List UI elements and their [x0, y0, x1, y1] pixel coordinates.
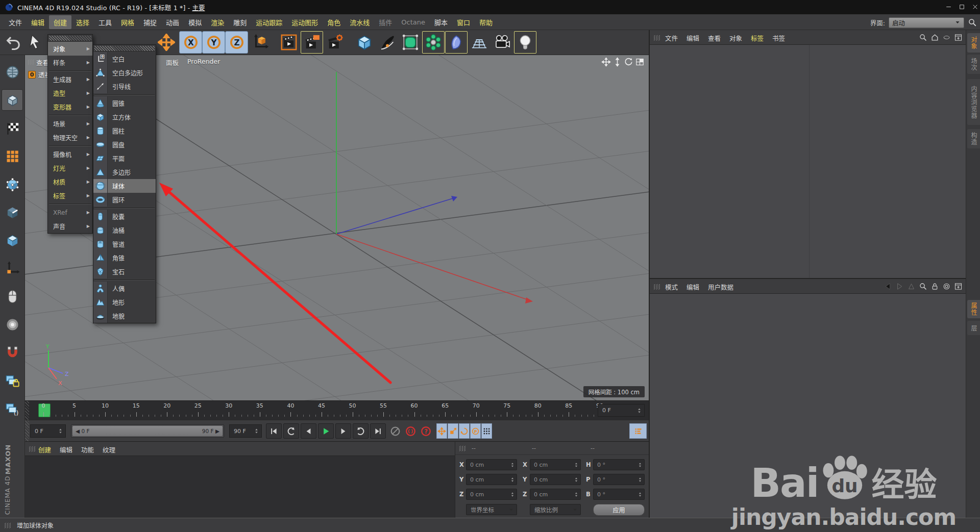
panel-menu-标签[interactable]: 标签 — [751, 33, 764, 43]
size-Z-field[interactable]: 0 cm — [530, 489, 581, 500]
scale-mode-dropdown[interactable]: 缩放比例 — [530, 504, 581, 515]
move-tool[interactable] — [156, 31, 177, 54]
viewport-menu-ProRender[interactable]: ProRender — [187, 58, 220, 65]
create-menu-item-生成器[interactable]: 生成器▶ — [48, 72, 92, 86]
object-submenu-item-引导线[interactable]: 引导线 — [93, 80, 156, 93]
frame-range-bar[interactable]: ◀ 0 F 90 F ▶ — [72, 426, 223, 436]
texture-mode-button[interactable] — [2, 117, 23, 139]
menubar-item-脚本[interactable]: 脚本 — [430, 15, 452, 29]
enable-snap-button[interactable] — [2, 342, 23, 363]
current-frame-field[interactable]: 0 F — [598, 404, 645, 417]
menubar-item-工具[interactable]: 工具 — [94, 15, 116, 29]
object-submenu-item-油桶[interactable]: 油桶 — [93, 223, 156, 237]
panel-menu-用户数据[interactable]: 用户数据 — [708, 282, 733, 292]
stepper-icon[interactable] — [58, 427, 63, 435]
end-frame-field[interactable]: 90 F — [229, 424, 262, 438]
add-modeling-object-button[interactable] — [422, 31, 445, 54]
undo-button[interactable] — [3, 31, 23, 54]
panel-menu-书签[interactable]: 书签 — [772, 33, 785, 43]
planar-workplane-button[interactable]: () — [2, 398, 23, 419]
menubar-item-帮助[interactable]: 帮助 — [475, 15, 497, 29]
right-tab-层[interactable]: 层 — [967, 321, 980, 335]
viewport-toggle-icon[interactable] — [635, 57, 645, 68]
object-submenu-item-多边形[interactable]: 多边形 — [93, 165, 156, 179]
panel-menu-创建[interactable]: 创建 — [38, 445, 51, 454]
record-position-toggle[interactable] — [436, 423, 447, 439]
menubar-item-编辑[interactable]: 编辑 — [27, 15, 49, 29]
eye-icon[interactable] — [942, 33, 951, 43]
menubar-item-窗口[interactable]: 窗口 — [452, 15, 475, 29]
play-loop-button[interactable] — [353, 423, 369, 439]
panel-menu-纹理[interactable]: 纹理 — [103, 445, 115, 454]
goto-end-button[interactable] — [370, 423, 386, 439]
menubar-item-运动跟踪[interactable]: 运动跟踪 — [251, 15, 287, 29]
object-submenu-item-空白[interactable]: 0空白 — [93, 52, 156, 66]
render-view-button[interactable] — [278, 31, 300, 54]
workplane-mode-button[interactable] — [2, 145, 23, 167]
position-Y-field[interactable]: 0 cm — [466, 474, 517, 485]
menu-tearoff-strip[interactable] — [49, 36, 91, 41]
right-tab-场次[interactable]: 场次 — [967, 55, 980, 74]
create-menu-item-场景[interactable]: 场景▶ — [48, 117, 92, 131]
viewport-pan-icon[interactable] — [601, 57, 611, 68]
apply-button[interactable]: 应用 — [593, 504, 645, 516]
add-layer-icon[interactable] — [954, 33, 963, 43]
rotation-B-field[interactable]: 0 ° — [593, 489, 645, 500]
add-camera-button[interactable] — [491, 31, 513, 54]
history-back-icon[interactable] — [884, 282, 892, 292]
lock-y-axis-toggle[interactable]: Y — [202, 31, 225, 54]
coord-system-dropdown[interactable]: 世界坐标 — [466, 504, 517, 515]
object-submenu-item-胶囊[interactable]: 胶囊 — [93, 210, 156, 223]
panel-menu-模式[interactable]: 模式 — [665, 282, 678, 292]
create-menu-item-XRef[interactable]: XRef▶ — [48, 206, 92, 219]
create-menu-item-变形器[interactable]: 变形器▶ — [48, 100, 92, 114]
coordinate-system-toggle[interactable] — [250, 31, 271, 54]
add-spline-button[interactable] — [376, 31, 399, 54]
object-submenu-item-管道[interactable]: 管道 — [93, 237, 156, 251]
play-forwards-button[interactable] — [318, 423, 334, 439]
object-submenu-item-宝石[interactable]: 宝石 — [93, 265, 156, 278]
home-icon[interactable] — [930, 33, 939, 43]
object-submenu-item-圆盘[interactable]: 圆盘 — [93, 138, 156, 151]
object-submenu-item-角锥[interactable]: 角锥 — [93, 251, 156, 265]
menubar-item-网格[interactable]: 网格 — [116, 15, 139, 29]
add-deformer-button[interactable] — [445, 31, 468, 54]
search-icon[interactable] — [919, 33, 927, 43]
menubar-item-运动图形[interactable]: 运动图形 — [287, 15, 323, 29]
search-icon[interactable] — [919, 282, 927, 292]
panel-menu-编辑[interactable]: 编辑 — [60, 445, 72, 454]
menubar-item-Octane[interactable]: Octane — [397, 16, 430, 28]
object-submenu-item-空白多边形[interactable]: 空白多边形 — [93, 66, 156, 80]
interface-dropdown[interactable]: 启动 — [889, 17, 964, 28]
create-menu-item-标签[interactable]: 标签▶ — [48, 189, 92, 202]
frame-number-field[interactable]: 0 F — [30, 424, 66, 438]
record-parameter-toggle[interactable]: P — [470, 423, 481, 439]
column-splitter[interactable] — [809, 45, 810, 278]
timeline-ruler[interactable]: 051015202530354045505560657075808590 0 F — [25, 400, 649, 420]
object-manager-body[interactable] — [650, 45, 966, 278]
panel-menu-文件[interactable]: 文件 — [665, 33, 678, 43]
right-tab-属性[interactable]: 属性 — [967, 300, 980, 318]
render-settings-button[interactable] — [324, 31, 346, 54]
parent-object-icon[interactable] — [907, 282, 916, 292]
menubar-item-创建[interactable]: 创建 — [49, 15, 71, 29]
create-menu-item-对象[interactable]: 对象▶ — [48, 42, 92, 56]
history-forward-icon[interactable] — [895, 282, 904, 292]
menubar-item-插件[interactable]: 插件 — [374, 15, 397, 29]
attribute-manager-body[interactable]: Bai du 经验 jingyan.baidu.com — [650, 294, 966, 518]
stepper-icon[interactable] — [636, 407, 642, 414]
render-picture-viewer-button[interactable] — [301, 31, 323, 54]
frame-range-slider[interactable]: ◀ 0 F 90 F ▶ — [71, 424, 224, 438]
menubar-item-雕刻[interactable]: 雕刻 — [229, 15, 251, 29]
position-Z-field[interactable]: 0 cm — [466, 489, 517, 500]
object-submenu-item-圆柱[interactable]: 圆柱 — [93, 124, 156, 138]
panel-menu-功能[interactable]: 功能 — [81, 445, 94, 454]
add-light-button[interactable] — [514, 31, 536, 54]
create-menu-item-物理天空[interactable]: 物理天空▶ — [48, 131, 92, 144]
object-submenu-item-圆环[interactable]: 圆环 — [93, 193, 156, 207]
menubar-item-捕捉[interactable]: 捕捉 — [139, 15, 161, 29]
object-submenu-item-平面[interactable]: 平面 — [93, 151, 156, 165]
panel-menu-查看[interactable]: 查看 — [708, 33, 721, 43]
polygons-mode-button[interactable] — [2, 230, 23, 251]
size-Y-field[interactable]: 0 cm — [530, 474, 581, 485]
